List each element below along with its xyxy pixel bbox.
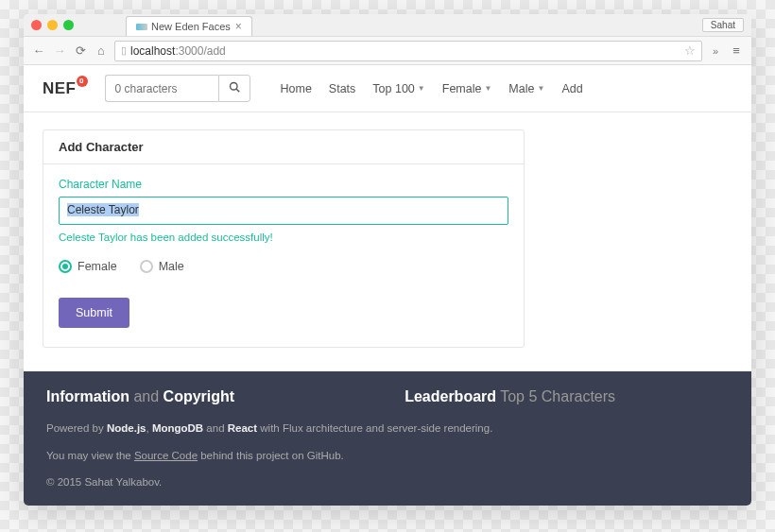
forward-icon[interactable]: → <box>52 43 67 59</box>
extensions-icon[interactable]: » <box>708 43 723 59</box>
search-icon <box>229 82 240 95</box>
reload-icon[interactable]: ⟳ <box>73 43 88 59</box>
url-input[interactable]: ▯ localhost:3000/add ☆ <box>114 41 702 61</box>
chevron-down-icon: ▼ <box>418 84 425 93</box>
back-icon[interactable]: ← <box>31 43 46 59</box>
search-input[interactable] <box>105 75 218 102</box>
close-tab-icon[interactable]: × <box>235 20 242 33</box>
menu-icon[interactable]: ≡ <box>729 43 744 59</box>
submit-button[interactable]: Submit <box>59 298 129 328</box>
page-icon: ▯ <box>121 44 127 57</box>
nav-top100[interactable]: Top 100 ▼ <box>372 82 424 95</box>
nav-female[interactable]: Female ▼ <box>442 82 492 95</box>
address-bar: ← → ⟳ ⌂ ▯ localhost:3000/add ☆ » ≡ <box>24 37 751 65</box>
url-host: localhost <box>130 44 175 58</box>
minimize-window-button[interactable] <box>47 20 58 30</box>
chevron-down-icon: ▼ <box>484 84 491 93</box>
bookmark-star-icon[interactable]: ☆ <box>684 43 696 58</box>
app-navbar: NEF 0 Home Stats Top 100 <box>24 65 751 112</box>
tab-favicon <box>136 24 147 30</box>
footer-source-text: You may view the Source Code behind this… <box>46 446 729 466</box>
brand-logo[interactable]: NEF 0 <box>43 79 77 98</box>
chevron-down-icon: ▼ <box>537 84 544 93</box>
nav-add[interactable]: Add <box>561 82 582 95</box>
browser-tab[interactable]: New Eden Faces × <box>126 16 252 36</box>
radio-icon-unchecked <box>140 260 153 273</box>
gender-radio-male[interactable]: Male <box>140 260 184 273</box>
footer-leaderboard-heading: Leaderboard Top 5 Characters <box>405 388 615 405</box>
svg-point-0 <box>230 83 237 91</box>
gender-radio-female[interactable]: Female <box>59 260 117 273</box>
nav-stats[interactable]: Stats <box>329 82 356 95</box>
footer-copyright: © 2015 Sahat Yalkabov. <box>46 472 729 492</box>
nav-home[interactable]: Home <box>281 82 312 95</box>
nav-male[interactable]: Male ▼ <box>508 82 544 95</box>
home-icon[interactable]: ⌂ <box>94 43 109 59</box>
success-help-text: Celeste Taylor has been added successful… <box>59 232 508 243</box>
url-path: :3000/add <box>175 44 225 58</box>
brand-badge: 0 <box>77 76 88 87</box>
tab-title-text: New Eden Faces <box>151 21 231 32</box>
window-titlebar: New Eden Faces × Sahat <box>24 14 751 37</box>
maximize-window-button[interactable] <box>63 20 74 30</box>
character-name-label: Character Name <box>59 178 508 191</box>
footer-powered-text: Powered by Node.js, MongoDB and React wi… <box>46 419 729 438</box>
user-profile-chip[interactable]: Sahat <box>702 18 744 32</box>
panel-heading: Add Character <box>43 130 524 164</box>
radio-icon-checked <box>59 260 72 273</box>
footer-info-heading: Information and Copyright <box>46 388 234 405</box>
search-button[interactable] <box>218 75 250 102</box>
svg-line-1 <box>236 89 239 92</box>
add-character-panel: Add Character Character Name Celeste Tay… <box>43 129 525 348</box>
footer: Information and Copyright Leaderboard To… <box>24 371 751 506</box>
source-code-link[interactable]: Source Code <box>134 450 198 461</box>
close-window-button[interactable] <box>31 20 42 30</box>
character-name-input[interactable] <box>59 197 508 225</box>
